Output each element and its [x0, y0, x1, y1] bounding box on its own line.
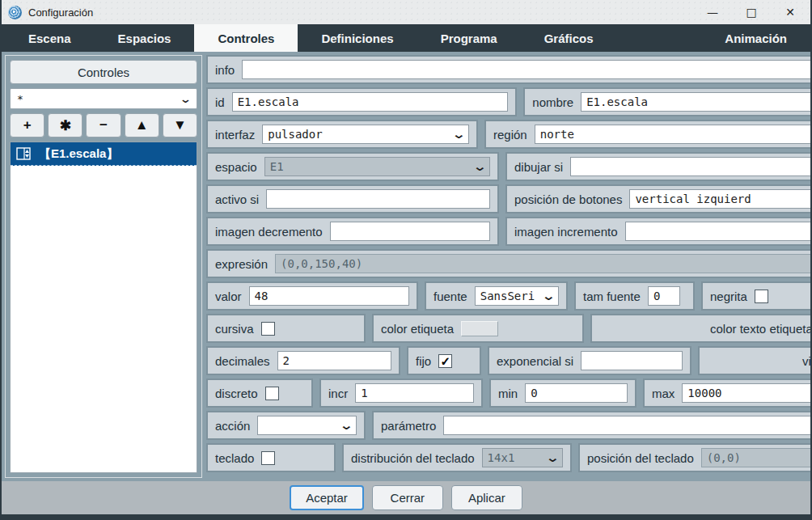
- group-expresion: expresión: [206, 249, 810, 278]
- group-imagen-incremento: imagen incremento: [505, 217, 810, 246]
- group-teclado: teclado: [206, 443, 336, 472]
- tam-fuente-label: tam fuente: [583, 290, 641, 303]
- tab-escena[interactable]: Escena: [5, 24, 95, 52]
- visible-label: visible: [802, 354, 810, 368]
- apply-button[interactable]: Aplicar: [451, 485, 522, 510]
- tam-fuente-input[interactable]: [648, 286, 680, 306]
- id-label: id: [215, 95, 225, 109]
- titlebar: Configuración — □ ✕: [2, 0, 810, 24]
- group-fuente: fuente SansSeri ⌄: [425, 281, 568, 311]
- duplicate-control-button[interactable]: ✱: [48, 113, 82, 137]
- incr-input[interactable]: [355, 383, 474, 403]
- group-min: min: [489, 378, 636, 408]
- group-decimales: decimales: [206, 346, 400, 375]
- list-item-e1-escala[interactable]: 【E1.escala】: [11, 142, 197, 166]
- close-button[interactable]: ✕: [776, 2, 804, 22]
- activo-si-input[interactable]: [266, 189, 490, 209]
- interfaz-select[interactable]: pulsador ⌄: [262, 125, 469, 144]
- cursiva-label: cursiva: [215, 322, 254, 336]
- group-valor: valor: [206, 281, 418, 311]
- nombre-label: nombre: [532, 95, 573, 109]
- max-input[interactable]: [682, 383, 810, 403]
- group-distribucion-teclado: distribución del teclado 14x1 ⌄: [342, 443, 572, 472]
- distribucion-teclado-label: distribución del teclado: [351, 451, 475, 465]
- window-bottom-edge: [2, 514, 810, 520]
- tab-definiciones[interactable]: Definiciones: [298, 24, 417, 52]
- fuente-select[interactable]: SansSeri ⌄: [475, 286, 559, 306]
- minimize-button[interactable]: —: [699, 2, 726, 22]
- posicion-teclado-input: [701, 448, 810, 467]
- group-visible: visible ✓: [698, 346, 810, 375]
- nombre-input[interactable]: [581, 92, 810, 112]
- tab-animacion[interactable]: Animación: [701, 24, 810, 52]
- checkmark: ✓: [440, 355, 450, 367]
- imagen-decremento-input[interactable]: [330, 222, 490, 241]
- info-input[interactable]: [242, 60, 810, 79]
- valor-input[interactable]: [249, 286, 409, 306]
- parametro-input[interactable]: [443, 416, 810, 435]
- list-item-label: 【E1.escala】: [39, 146, 118, 162]
- tab-espacios[interactable]: Espacios: [95, 24, 195, 52]
- move-up-button[interactable]: ▲: [125, 113, 159, 137]
- maximize-button[interactable]: □: [738, 2, 765, 22]
- decimales-input[interactable]: [277, 351, 391, 370]
- posicion-botones-select[interactable]: vertical izquierd ⌄: [629, 189, 810, 209]
- group-max: max: [643, 378, 810, 408]
- espacio-label: espacio: [215, 160, 257, 174]
- tab-controles[interactable]: Controles: [194, 24, 298, 52]
- group-discreto: discreto: [206, 378, 313, 408]
- close-dialog-button[interactable]: Cerrar: [372, 485, 443, 510]
- exponencial-si-label: exponencial si: [497, 354, 573, 368]
- remove-control-button[interactable]: −: [86, 113, 121, 137]
- accept-button[interactable]: Aceptar: [290, 485, 364, 510]
- group-activo-si: activo si: [206, 184, 499, 213]
- filter-select[interactable]: * ⌄: [10, 88, 197, 109]
- accion-select[interactable]: ⌄: [257, 416, 357, 435]
- activo-si-label: activo si: [215, 192, 259, 206]
- sidebar-header: Controles: [10, 60, 197, 84]
- region-select[interactable]: norte ⌄: [535, 125, 810, 144]
- move-down-button[interactable]: ▼: [163, 113, 197, 137]
- fuente-value: SansSeri: [480, 290, 541, 302]
- incr-label: incr: [328, 387, 348, 400]
- valor-label: valor: [215, 290, 242, 303]
- interfaz-label: interfaz: [215, 128, 255, 142]
- app-logo-icon: [8, 6, 22, 19]
- expresion-input: [275, 254, 810, 273]
- configuration-window: Configuración — □ ✕ Escena Espacios Cont…: [0, 0, 812, 520]
- fijo-checkbox[interactable]: ✓: [438, 354, 452, 368]
- min-input[interactable]: [525, 383, 628, 403]
- color-etiqueta-swatch[interactable]: [461, 321, 498, 336]
- id-input[interactable]: [232, 92, 509, 112]
- dibujar-si-input[interactable]: [570, 157, 810, 176]
- espacio-value: E1: [270, 160, 472, 173]
- exponencial-si-input[interactable]: [581, 351, 683, 370]
- group-color-etiqueta: color etiqueta: [372, 314, 584, 343]
- chevron-down-icon: ⌄: [473, 163, 488, 171]
- chevron-down-icon: ⌄: [340, 421, 354, 429]
- imagen-incremento-input[interactable]: [625, 222, 810, 241]
- tab-programa[interactable]: Programa: [417, 24, 521, 52]
- teclado-checkbox[interactable]: [261, 451, 275, 465]
- dibujar-si-label: dibujar si: [514, 160, 563, 174]
- espacio-select: E1 ⌄: [264, 157, 490, 176]
- interfaz-value: pulsador: [268, 128, 450, 141]
- cursiva-checkbox[interactable]: [261, 322, 275, 336]
- discreto-checkbox[interactable]: [265, 387, 279, 400]
- add-control-button[interactable]: +: [10, 113, 44, 137]
- group-nombre: nombre: [523, 87, 810, 116]
- group-negrita: negrita: [701, 281, 810, 311]
- group-parametro: parámetro: [372, 411, 810, 440]
- region-value: norte: [540, 128, 810, 141]
- posicion-botones-label: posición de botones: [514, 192, 622, 206]
- group-info: info: [206, 55, 810, 84]
- color-texto-etiqueta-label: color texto etiqueta: [710, 322, 810, 336]
- negrita-checkbox[interactable]: [755, 290, 768, 303]
- min-label: min: [498, 387, 518, 400]
- group-posicion-botones: posición de botones vertical izquierd ⌄: [505, 184, 810, 213]
- control-properties-form: info id nombre interfaz: [206, 55, 810, 478]
- filter-value: *: [17, 93, 23, 105]
- window-title: Configuración: [28, 6, 93, 19]
- tab-graficos[interactable]: Gráficos: [521, 24, 617, 52]
- imagen-incremento-label: imagen incremento: [514, 225, 618, 239]
